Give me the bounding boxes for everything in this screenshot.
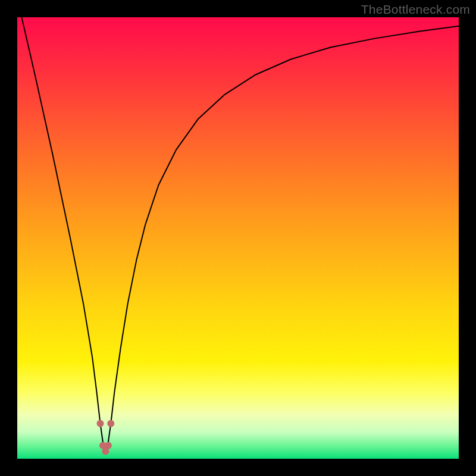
plot-svg xyxy=(17,17,459,459)
gradient-background xyxy=(17,17,459,459)
dot-1 xyxy=(97,420,104,427)
watermark-text: TheBottleneck.com xyxy=(361,2,470,17)
dot-4 xyxy=(105,442,112,449)
dot-5 xyxy=(107,420,114,427)
plot-frame xyxy=(17,17,459,459)
